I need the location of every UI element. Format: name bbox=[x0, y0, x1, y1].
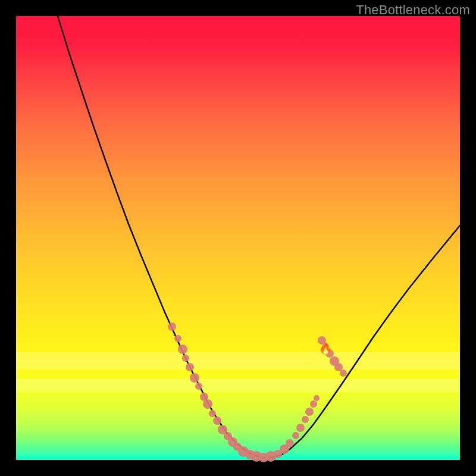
data-marker bbox=[174, 335, 181, 342]
chart-frame: 🔥 TheBottleneck.com bbox=[0, 0, 476, 476]
data-marker bbox=[195, 383, 202, 390]
data-marker bbox=[305, 408, 314, 416]
data-marker bbox=[302, 416, 309, 423]
data-marker bbox=[178, 345, 187, 354]
data-marker bbox=[340, 369, 347, 377]
data-marker bbox=[310, 400, 317, 408]
data-marker bbox=[182, 355, 189, 362]
fire-icon: 🔥 bbox=[319, 342, 333, 355]
data-marker bbox=[286, 439, 294, 447]
data-marker bbox=[314, 395, 320, 401]
data-marker bbox=[209, 410, 216, 417]
chart-plot-area: 🔥 bbox=[16, 16, 460, 460]
data-marker bbox=[292, 432, 299, 439]
data-marker bbox=[190, 373, 199, 383]
data-marker bbox=[168, 322, 176, 331]
watermark-text: TheBottleneck.com bbox=[356, 2, 470, 18]
data-marker bbox=[203, 399, 212, 409]
chart-svg: 🔥 bbox=[16, 16, 460, 460]
data-marker bbox=[213, 416, 221, 425]
bottleneck-curve bbox=[58, 16, 460, 458]
data-marker bbox=[186, 363, 194, 371]
data-marker bbox=[296, 424, 305, 432]
